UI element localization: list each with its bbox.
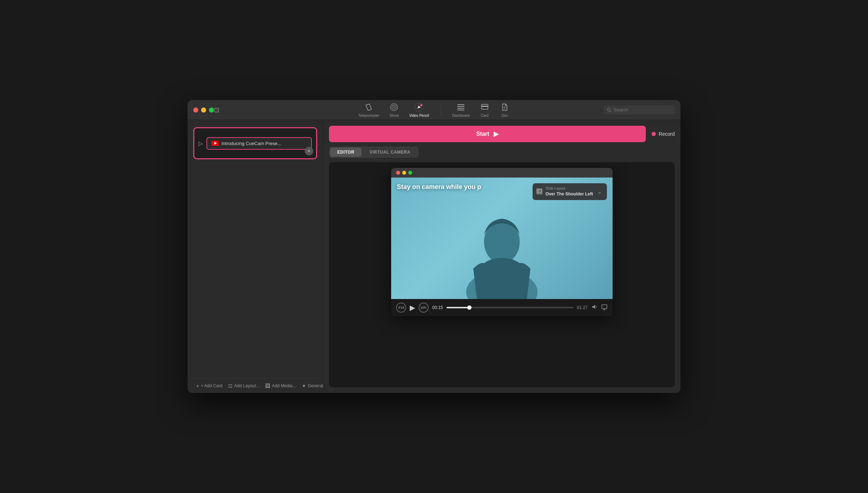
time-total: 01:27 [577,305,588,310]
progress-thumb [467,305,472,310]
tab-editor[interactable]: EDITOR [330,148,361,157]
doc-icon [500,102,510,112]
minimize-button[interactable] [201,108,206,113]
tab-bar: EDITOR VIRTUAL CAMERA [329,146,419,158]
svg-point-15 [607,108,610,111]
rewind-15-button[interactable]: ↺15 [396,303,406,313]
main-content: ▷ Introducing CueCam Prese... + + + Add [188,120,680,393]
left-panel: ▷ Introducing CueCam Prese... + + + Add [188,120,323,393]
youtube-title: Introducing CueCam Prese... [221,141,281,146]
person-silhouette [455,192,548,299]
svg-rect-26 [602,305,607,309]
search-box[interactable] [603,105,675,114]
svg-rect-9 [457,110,464,110]
svg-rect-6 [457,104,464,105]
bottom-toolbar: + + Add Card ⊡ Add Layout... 🖼 Add Media… [193,378,317,393]
dashboard-icon [456,102,466,112]
add-layout-button[interactable]: ⊡ Add Layout... [228,383,260,389]
volume-button[interactable] [591,304,598,312]
video-body: Slide Layout Over The Shoulder Left ⌄ St… [391,178,613,316]
video-container: Slide Layout Over The Shoulder Left ⌄ St… [329,162,675,387]
toolbar-item-shoot[interactable]: Shoot [389,102,399,118]
main-window: ⊡ Teleprompter [188,100,680,393]
video-max[interactable] [408,171,412,175]
svg-line-16 [610,111,611,112]
teleprompter-label: Teleprompter [358,114,379,118]
svg-rect-8 [457,108,464,109]
traffic-lights [193,108,214,113]
cards-area: ▷ Introducing CueCam Prese... + [193,127,317,378]
fullscreen-button[interactable] [601,304,608,312]
toolbar-item-card[interactable]: Card [480,102,490,118]
video-titlebar [391,168,613,178]
video-close[interactable] [396,171,400,175]
slide-layout-text: Slide Layout Over The Shoulder Left [545,186,593,197]
toolbar: Teleprompter Shoot [358,102,510,118]
search-input[interactable] [614,107,671,113]
card-play-button[interactable]: ▷ [199,140,203,147]
close-button[interactable] [193,108,198,113]
svg-point-2 [394,106,395,108]
add-media-button[interactable]: 🖼 Add Media... [265,383,296,389]
generate-icon: ✦ [302,383,306,389]
card-add-button[interactable]: + [305,147,313,155]
video-header-text: Stay on camera while you p [397,183,481,191]
shoot-label: Shoot [389,114,399,118]
toolbar-item-doc[interactable]: Doc [500,102,510,118]
svg-rect-11 [482,106,488,107]
sidebar-toggle[interactable]: ⊡ [214,106,219,114]
youtube-card[interactable]: Introducing CueCam Prese... [206,137,312,150]
record-dot-icon [652,132,656,136]
video-pencil-label: Video Pencil [409,114,429,118]
progress-bar[interactable] [447,307,573,308]
video-window: Slide Layout Over The Shoulder Left ⌄ St… [391,168,613,316]
add-card-button[interactable]: + + Add Card [196,383,223,389]
add-card-icon: + [196,383,199,389]
search-icon [607,108,612,113]
progress-fill [447,307,469,308]
start-button[interactable]: Start ▶ [329,126,646,142]
right-panel: Start ▶ Record EDITOR VIRTUAL CAMERA [323,120,680,393]
svg-line-25 [596,307,597,308]
dashboard-label: Dashboard [452,114,470,118]
video-min[interactable] [402,171,406,175]
play-pause-button[interactable]: ▶ [410,303,415,312]
video-preview: Slide Layout Over The Shoulder Left ⌄ St… [391,178,613,299]
svg-line-24 [596,306,597,307]
media-icon: 🖼 [265,383,270,389]
card-item: ▷ Introducing CueCam Prese... + [193,127,317,159]
slide-layout-badge[interactable]: Slide Layout Over The Shoulder Left ⌄ [533,183,607,200]
card-label: Card [481,114,489,118]
right-top-bar: Start ▶ Record [329,126,675,142]
youtube-icon [211,141,219,146]
svg-rect-23 [537,189,539,193]
svg-rect-7 [457,106,464,107]
teleprompter-icon [364,102,374,112]
video-pencil-icon: ✓ [414,102,424,112]
video-controls: ↺15 ▶ 15↻ 00:15 [391,299,613,316]
maximize-button[interactable] [209,108,214,113]
titlebar: ⊡ Teleprompter [188,100,680,120]
toolbar-item-video-pencil[interactable]: ✓ Video Pencil [409,102,429,118]
video-traffic-lights [396,171,412,175]
doc-label: Doc [502,114,508,118]
toolbar-right [603,105,675,114]
time-current: 00:15 [432,305,443,310]
card-icon [480,102,490,112]
shoot-icon [389,102,399,112]
toolbar-item-dashboard[interactable]: Dashboard [452,102,470,118]
start-play-icon: ▶ [494,130,499,138]
record-button[interactable]: Record [652,131,675,137]
layout-icon: ⊡ [228,383,233,389]
toolbar-item-teleprompter[interactable]: Teleprompter [358,102,379,118]
slide-layout-icon [536,188,543,195]
slide-chevron-icon: ⌄ [597,188,602,195]
tab-virtual-camera[interactable]: VIRTUAL CAMERA [362,148,418,157]
forward-15-button[interactable]: 15↻ [419,303,429,313]
svg-text:✓: ✓ [421,104,422,106]
